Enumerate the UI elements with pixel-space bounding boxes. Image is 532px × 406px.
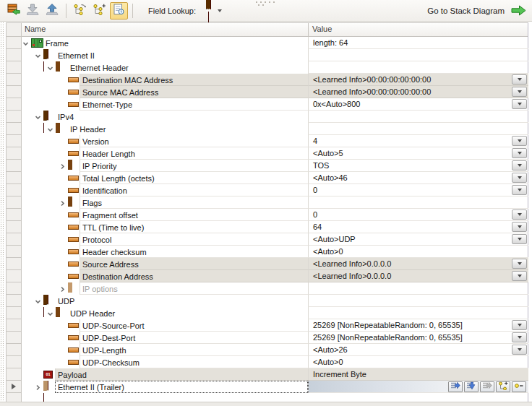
tree-row[interactable]: Fragment offset0 (22, 209, 528, 221)
tree-row[interactable]: UDP-Checksum<Auto>0 (22, 356, 528, 368)
row-value-cell[interactable]: <Learned Info>0.0.0.0 (308, 258, 528, 270)
value-dropdown-button[interactable] (512, 160, 527, 170)
tree-row[interactable]: Source Address<Learned Info>0.0.0.0 (22, 258, 528, 270)
value-dropdown-button[interactable] (512, 210, 527, 220)
gutter-cell[interactable] (7, 98, 22, 111)
insert-before-button[interactable] (448, 381, 463, 392)
tree-row[interactable]: UDP-Dest-Port25269 [NonRepeatableRandom:… (22, 332, 528, 344)
tree-row[interactable]: UDP Header (22, 307, 528, 319)
tree-row[interactable]: 01Ethernet II (Trailer) (22, 381, 528, 393)
gutter-cell[interactable] (7, 61, 22, 74)
tree-row[interactable]: Flags (22, 196, 528, 209)
row-value-cell[interactable]: <Auto>UDP (308, 233, 528, 246)
row-value-cell[interactable]: 25269 [NonRepeatableRandom: 0, 65535] (308, 319, 528, 332)
insert-protocol-button[interactable] (4, 2, 22, 20)
remove-field-button[interactable] (512, 381, 526, 392)
gutter-cell[interactable] (7, 37, 22, 49)
tree-row[interactable]: 01PayloadIncrement Byte (22, 368, 528, 381)
gutter-cell[interactable] (7, 111, 22, 123)
column-header-name[interactable]: Name (25, 25, 46, 33)
gutter-cell[interactable] (7, 233, 22, 246)
tree-row[interactable]: Destination Address<Learned Info>0.0.0.0 (22, 270, 528, 282)
row-value-cell[interactable]: <Auto>46 (308, 172, 528, 184)
gutter-cell[interactable] (7, 221, 22, 233)
add-field-button[interactable] (496, 381, 510, 392)
value-dropdown-button[interactable] (512, 320, 527, 330)
chevron-right-icon[interactable] (59, 163, 66, 169)
value-dropdown-button[interactable] (512, 173, 527, 183)
gutter-cell[interactable] (7, 258, 22, 270)
tree-row[interactable]: Source MAC Address<Learned Info>00:00:00… (22, 86, 528, 98)
tree-row[interactable]: Identification0 (22, 184, 528, 196)
gutter-cell[interactable] (7, 393, 22, 402)
move-protocol-up-button[interactable] (43, 2, 61, 20)
gutter-cell[interactable] (7, 147, 22, 160)
column-divider[interactable] (308, 23, 309, 36)
tree-row[interactable]: 01Ethernet II (22, 49, 528, 61)
chevron-down-icon[interactable] (47, 310, 53, 316)
gutter-cell[interactable] (7, 184, 22, 196)
tree-row[interactable]: UDP-Length<Auto>26 (22, 344, 528, 356)
tree-row[interactable]: IP PriorityTOS (22, 160, 528, 172)
field-lookup-dropdown[interactable]: 01 (200, 0, 225, 25)
row-value-cell[interactable]: 64 (308, 221, 528, 233)
tree-row[interactable]: UDP-Source-Port25269 [NonRepeatableRando… (22, 319, 528, 332)
show-preview-toggle[interactable] (110, 2, 128, 20)
gutter-cell[interactable] (7, 295, 22, 307)
chevron-down-icon[interactable] (47, 64, 53, 71)
tree-row[interactable]: Framelength: 64 (22, 37, 528, 49)
tree-row[interactable]: Header checksum<Auto>0 (22, 246, 528, 258)
value-dropdown-button[interactable] (512, 345, 527, 355)
tree-row[interactable]: Header Length<Auto>5 (22, 147, 528, 160)
row-value-cell[interactable]: <Auto>26 (308, 344, 528, 356)
gutter-cell[interactable] (7, 135, 22, 147)
tree-row[interactable]: 01UDP (22, 295, 528, 307)
row-value-cell[interactable] (308, 282, 528, 295)
insert-after-button[interactable] (464, 381, 479, 392)
tree-row[interactable]: IP options (22, 282, 528, 295)
row-value-cell[interactable]: 0x<Auto>800 (308, 98, 528, 111)
tree-row[interactable]: Version4 (22, 135, 528, 147)
insert-child-disabled-button[interactable] (480, 381, 494, 392)
row-value-cell[interactable]: <Auto>5 (308, 147, 528, 160)
gutter-cell[interactable] (7, 172, 22, 184)
tree-row[interactable]: 01IPv4 (22, 111, 528, 123)
value-dropdown-button[interactable] (512, 74, 527, 85)
value-dropdown-button[interactable] (512, 234, 527, 244)
value-dropdown-button[interactable] (512, 87, 527, 97)
chevron-down-icon[interactable] (35, 298, 41, 304)
row-value-cell[interactable]: <Learned Info>00:00:00:00:00:00 (308, 86, 528, 98)
gutter-cell[interactable] (7, 344, 22, 356)
row-value-cell[interactable]: <Auto>0 (308, 356, 528, 368)
gutter-cell[interactable] (7, 319, 22, 332)
chevron-right-icon[interactable] (59, 199, 66, 206)
row-value-cell[interactable]: <Auto>0 (308, 246, 528, 258)
value-dropdown-button[interactable] (512, 271, 527, 281)
row-value-cell[interactable]: TOS (308, 160, 528, 172)
value-dropdown-button[interactable] (512, 222, 527, 232)
tree-row[interactable]: Destination MAC Address<Learned Info>00:… (22, 74, 528, 86)
green-right-arrow-icon[interactable] (511, 5, 526, 17)
gutter-cell[interactable] (7, 270, 22, 282)
gutter-cell[interactable] (7, 86, 22, 98)
row-value-cell[interactable]: 0 (308, 209, 528, 221)
row-value-cell[interactable]: <Learned Info>00:00:00:00:00:00 (308, 74, 528, 86)
tree-row[interactable]: TTL (Time to live)64 (22, 221, 528, 233)
gutter-cell[interactable] (7, 209, 22, 221)
row-value-cell[interactable]: Increment Byte (308, 368, 528, 381)
value-dropdown-button[interactable] (512, 332, 527, 342)
gutter-cell[interactable] (7, 356, 22, 368)
gutter-cell[interactable] (7, 332, 22, 344)
tree-row[interactable]: IP Header (22, 123, 528, 135)
current-row-marker[interactable] (7, 381, 22, 393)
chevron-down-icon[interactable] (35, 52, 41, 59)
value-dropdown-button[interactable] (512, 148, 527, 158)
go-to-stack-diagram-link[interactable]: Go to Stack Diagram (427, 7, 505, 15)
tree-row[interactable]: Total Length (octets)<Auto>46 (22, 172, 528, 184)
gutter-cell[interactable] (7, 74, 22, 86)
value-dropdown-button[interactable] (512, 99, 527, 109)
chevron-right-icon[interactable] (35, 384, 41, 390)
row-value-cell[interactable] (308, 196, 528, 209)
chevron-down-icon[interactable] (35, 113, 41, 120)
gutter-cell[interactable] (7, 282, 22, 295)
